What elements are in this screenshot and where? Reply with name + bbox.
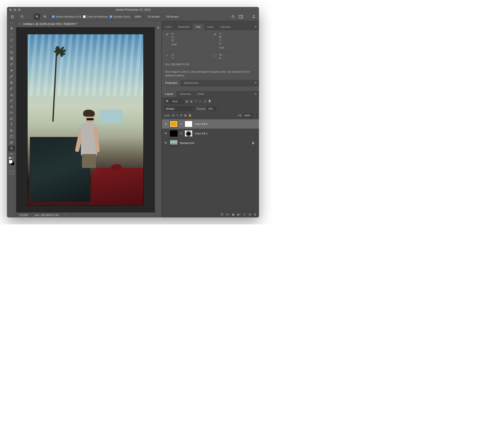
screen-mode-chevron[interactable]: ⌵ xyxy=(11,175,12,177)
canvas-area[interactable] xyxy=(16,27,155,212)
heal-tool[interactable] xyxy=(8,68,15,73)
layer-filter-kind[interactable]: 🔍Kind⌵ xyxy=(164,99,184,104)
properties-panel-menu-icon[interactable]: ≡ xyxy=(252,81,259,85)
edit-toolbar-icon[interactable] xyxy=(9,157,14,159)
crop-tool[interactable] xyxy=(8,49,15,55)
delete-layer-icon[interactable]: 🗑 xyxy=(254,213,257,216)
canvas[interactable] xyxy=(28,34,143,205)
tab-learn[interactable]: Learn xyxy=(204,23,217,30)
dodge-tool[interactable] xyxy=(8,110,15,115)
tool-preset-chevron[interactable]: ⌵ xyxy=(27,16,30,18)
gradient-tool[interactable] xyxy=(8,98,15,103)
lock-artboard-icon[interactable]: ▣ xyxy=(184,114,186,117)
close-tab-icon[interactable]: × xyxy=(19,23,21,26)
visibility-icon[interactable]: 👁 xyxy=(164,132,168,135)
filter-smart-icon[interactable]: ◫ xyxy=(204,100,206,103)
tab-libraries[interactable]: Libraries xyxy=(217,23,234,30)
history-panel-icon[interactable]: ⟲ xyxy=(156,25,161,30)
zoom-in-icon[interactable] xyxy=(34,14,40,20)
visibility-icon[interactable]: 👁 xyxy=(164,141,168,145)
zoom-out-icon[interactable] xyxy=(42,14,48,20)
screen-mode-icon[interactable] xyxy=(9,171,14,175)
visibility-icon[interactable]: 👁 xyxy=(164,122,168,126)
maximize-window-button[interactable] xyxy=(18,9,21,11)
move-tool[interactable] xyxy=(8,25,15,31)
panel-collapse-icon[interactable]: ›› xyxy=(162,21,259,23)
lock-transparency-icon[interactable]: ▨ xyxy=(172,114,174,117)
quick-mask-icon[interactable] xyxy=(9,167,14,170)
zoom-tool[interactable] xyxy=(8,146,15,151)
filter-adjust-icon[interactable]: ◐ xyxy=(190,100,193,103)
dock-collapse[interactable]: ‹‹ xyxy=(157,22,159,24)
document-tab-title[interactable]: Untitled-1 @ 18.6% (Color Fill 2, RGB/16… xyxy=(23,23,77,26)
tools-grip[interactable]: ›› xyxy=(10,22,13,24)
tool-overflow[interactable]: ••• xyxy=(10,152,13,156)
tab-properties[interactable]: Properties xyxy=(162,80,180,86)
status-doc-size[interactable]: Doc: 206.9M/274.1M xyxy=(31,213,62,217)
workspace-icon[interactable] xyxy=(238,14,244,20)
filter-shape-icon[interactable]: ▭ xyxy=(199,100,202,103)
close-window-button[interactable] xyxy=(9,9,12,11)
mask-thumb[interactable] xyxy=(185,121,192,127)
blur-tool[interactable] xyxy=(8,104,15,109)
resize-windows-checkbox[interactable]: Resize Windows to Fit xyxy=(52,15,81,18)
filter-toggle-icon[interactable] xyxy=(209,100,210,103)
tab-layers[interactable]: Layers xyxy=(162,91,176,97)
layer-name[interactable]: Background xyxy=(180,141,194,144)
zoom-all-checkbox[interactable]: Zoom All Windows xyxy=(83,15,108,18)
layer-name[interactable]: Color Fill 2 xyxy=(195,123,208,125)
layers-panel-menu-icon[interactable]: ≡ xyxy=(252,92,259,96)
lock-position-icon[interactable]: ✥ xyxy=(180,114,182,117)
opacity-chevron[interactable]: ⌵ xyxy=(217,107,221,111)
link-layers-icon[interactable]: ⛓ xyxy=(221,213,223,216)
lock-all-icon[interactable]: 🔒 xyxy=(188,114,192,117)
stamp-tool[interactable] xyxy=(8,80,15,85)
new-group-icon[interactable]: 🗀 xyxy=(243,213,246,216)
shape-tool[interactable] xyxy=(8,134,15,139)
color-swatches[interactable] xyxy=(9,160,14,165)
pen-tool[interactable] xyxy=(8,116,15,121)
fill-chevron[interactable]: ⌵ xyxy=(253,114,257,117)
new-layer-icon[interactable]: ⊞ xyxy=(249,213,251,216)
info-panel-menu-icon[interactable]: ≡ xyxy=(252,25,259,29)
quick-select-tool[interactable] xyxy=(8,43,15,49)
hand-tool[interactable] xyxy=(8,140,15,145)
layer-name[interactable]: Color Fill 1 xyxy=(195,132,208,135)
tab-info[interactable]: Info xyxy=(193,23,204,30)
status-zoom[interactable]: 18.59% xyxy=(16,213,31,217)
tab-color[interactable]: Color xyxy=(162,23,175,30)
tab-swatches[interactable]: Swatches xyxy=(175,23,193,30)
layer-fx-icon[interactable]: fx▾ xyxy=(226,213,229,216)
fill-input[interactable] xyxy=(243,113,252,117)
foreground-swatch[interactable] xyxy=(9,160,12,164)
fill-screen-button[interactable]: Fill Screen xyxy=(164,14,181,19)
layer-thumb[interactable] xyxy=(170,130,178,137)
eyedropper-tool[interactable] xyxy=(8,62,15,67)
mask-thumb[interactable] xyxy=(185,130,192,137)
blend-mode-select[interactable]: Multiply⌵ xyxy=(164,106,194,111)
path-select-tool[interactable] xyxy=(8,128,15,133)
workspace-chevron[interactable]: ⌵ xyxy=(246,16,249,18)
share-icon[interactable] xyxy=(251,14,257,20)
eraser-tool[interactable] xyxy=(8,92,15,97)
mask-link-icon[interactable]: ⛓ xyxy=(180,123,182,125)
minimize-window-button[interactable] xyxy=(14,9,16,11)
layer-row[interactable]: 👁 ⛓ Color Fill 1 xyxy=(162,129,259,138)
layer-thumb[interactable] xyxy=(170,140,178,146)
type-tool[interactable]: T xyxy=(8,122,15,127)
filter-pixel-icon[interactable]: ▧ xyxy=(186,100,188,103)
zoom-percent-button[interactable]: 100% xyxy=(132,14,144,19)
lasso-tool[interactable] xyxy=(8,37,15,43)
frame-tool[interactable] xyxy=(8,56,15,61)
tab-channels[interactable]: Channels xyxy=(176,91,194,97)
scrubby-zoom-checkbox[interactable]: Scrubby Zoom xyxy=(109,15,130,18)
tab-adjustments[interactable]: Adjustments xyxy=(180,80,202,86)
status-chevron[interactable]: 〉 xyxy=(62,213,71,217)
opacity-input[interactable] xyxy=(207,107,216,111)
home-button[interactable] xyxy=(9,14,15,20)
fit-screen-button[interactable]: Fit Screen xyxy=(145,14,162,19)
brush-tool[interactable] xyxy=(8,74,15,79)
add-mask-icon[interactable]: ◼ xyxy=(232,213,234,216)
lock-paint-icon[interactable]: ✎ xyxy=(176,114,178,117)
tool-preset-icon[interactable] xyxy=(19,14,25,20)
